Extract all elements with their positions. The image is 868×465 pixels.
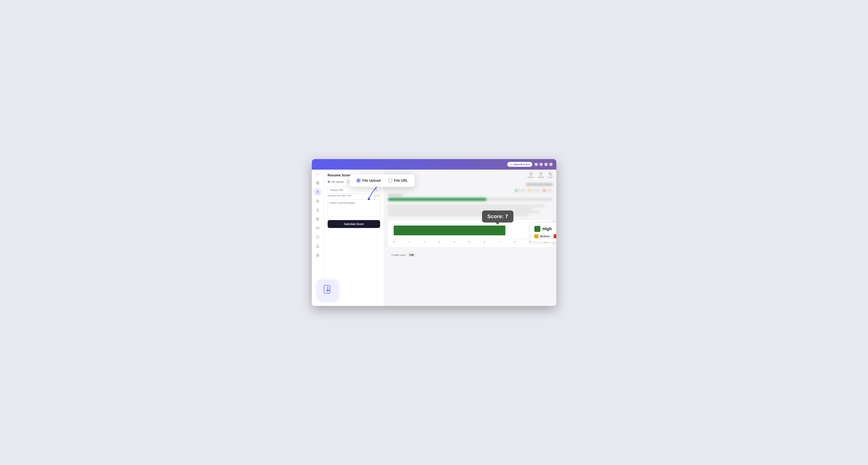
svg-rect-15 <box>550 174 552 175</box>
blurred-content <box>388 183 553 216</box>
sidebar-icon-settings[interactable] <box>314 252 321 259</box>
history-label: History <box>528 176 534 178</box>
sidebar-icon-badge[interactable] <box>314 206 321 214</box>
legend-low-box <box>554 234 556 238</box>
svg-rect-0 <box>316 182 317 183</box>
svg-point-5 <box>317 209 319 210</box>
axis-8: 8 <box>514 241 515 243</box>
legend-high-box <box>534 226 540 232</box>
legend-high-label: High <box>542 227 552 231</box>
legend-medium-box <box>534 234 538 238</box>
chart-axis: 0 1 2 3 4 5 6 7 8 9 10 <box>394 239 547 243</box>
copy-label: Copy <box>548 176 553 178</box>
dot-3 <box>544 163 548 166</box>
svg-point-6 <box>317 219 318 220</box>
history-action[interactable]: History <box>528 172 534 178</box>
main-content: History Delete Copy <box>384 170 556 306</box>
sidebar-icon-alert[interactable] <box>314 233 321 241</box>
radio-circle-empty <box>388 178 392 183</box>
file-icon-widget[interactable] <box>317 280 338 300</box>
popup-file-upload-label: File Upload <box>363 179 381 183</box>
sidebar-icon-document[interactable] <box>314 188 321 196</box>
sidebar-icon-book[interactable] <box>314 242 321 250</box>
sidebar-icon-grid[interactable] <box>314 179 321 187</box>
job-description-textarea[interactable] <box>328 199 380 216</box>
radio-file-upload[interactable]: File Upload <box>328 180 344 183</box>
svg-marker-4 <box>316 200 319 201</box>
svg-rect-7 <box>316 227 319 229</box>
score-tooltip: Score: 7 <box>482 210 514 223</box>
score-chart: Score: 7 0 1 2 3 4 5 6 7 8 9 10 <box>388 220 553 248</box>
legend-row: Medium Low <box>534 234 556 238</box>
upload-popup: File Upload File URL <box>349 174 415 187</box>
browser-dots <box>534 163 553 166</box>
dot-2 <box>539 163 543 166</box>
sidebar-icon-layers[interactable] <box>314 197 321 205</box>
svg-rect-1 <box>318 182 319 183</box>
axis-7: 7 <box>499 241 500 243</box>
delete-label: Delete <box>538 176 544 178</box>
radio-circle-selected <box>356 178 361 183</box>
copy-action[interactable]: Copy <box>548 172 553 178</box>
svg-rect-2 <box>316 183 317 184</box>
axis-2: 2 <box>424 241 425 243</box>
credits-label: Credits used: <box>392 254 406 256</box>
legend-medium: Medium <box>534 234 550 238</box>
axis-0: 0 <box>394 241 395 243</box>
svg-point-12 <box>317 255 318 256</box>
legend-low: Low <box>554 234 556 238</box>
dot-4 <box>549 163 553 166</box>
radio-circle-inner <box>358 179 360 182</box>
legend-popup: High Medium Low <box>530 222 556 242</box>
sidebar-icon-camera[interactable] <box>314 215 321 223</box>
chart-bar <box>394 226 505 235</box>
result-area: Score: 7 0 1 2 3 4 5 6 7 8 9 10 <box>384 180 556 262</box>
app-body: ≡ › <box>312 170 556 306</box>
sidebar-icon-card[interactable] <box>314 224 321 232</box>
legend-medium-label: Medium <box>540 235 550 238</box>
axis-9: 9 <box>529 241 530 243</box>
axis-4: 4 <box>454 241 455 243</box>
svg-rect-17 <box>324 285 330 293</box>
legend-high: High <box>534 226 556 232</box>
axis-5: 5 <box>469 241 470 243</box>
axis-1: 1 <box>409 241 410 243</box>
credits-value: 146 <box>407 253 415 257</box>
radio-file-upload-input[interactable] <box>328 180 330 183</box>
credits-bar: Credits used: 146 <box>388 250 553 260</box>
upgrade-button[interactable]: Upgrade to pro <box>507 162 532 167</box>
chart-bar-wrapper: Score: 7 <box>394 226 547 235</box>
browser-titlebar: Upgrade to pro <box>312 159 556 170</box>
axis-6: 6 <box>484 241 485 243</box>
svg-rect-3 <box>318 183 319 184</box>
popup-file-url-option[interactable]: File URL <box>388 178 408 183</box>
browser-window: Upgrade to pro ≡ › <box>312 159 556 306</box>
accepted-types: Accepted File Types: PDF <box>328 195 351 197</box>
delete-action[interactable]: Delete <box>538 172 544 178</box>
axis-3: 3 <box>439 241 440 243</box>
sidebar-toggle[interactable]: ≡ › <box>316 173 319 175</box>
calculate-score-button[interactable]: Calculate Score <box>328 220 380 228</box>
popup-file-upload-option[interactable]: File Upload <box>356 178 381 183</box>
popup-file-url-label: File URL <box>394 179 408 183</box>
dot-1 <box>534 163 538 166</box>
